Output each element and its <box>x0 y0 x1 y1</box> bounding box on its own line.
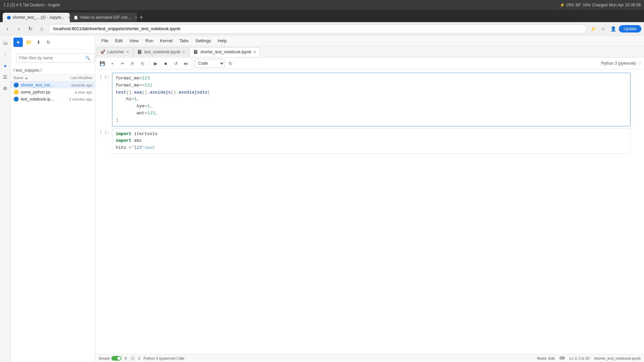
nav-actions: ⚡ ☆ 👤 Update <box>589 24 641 33</box>
add-cell-button[interactable]: + <box>108 59 117 68</box>
menu-run[interactable]: Run <box>142 37 157 45</box>
copy-cell-button[interactable]: ⎘ <box>128 59 137 68</box>
running-icon-button[interactable]: ↑ <box>1 50 10 59</box>
cell-indicator: [ ]: <box>95 73 112 126</box>
list-item[interactable]: 🔵 shorter_test_notebook.ip... seconds ag… <box>11 81 95 88</box>
code-area[interactable]: format_me=123 format_me+=111 test().aaa(… <box>112 73 630 126</box>
status-zero: 0 <box>125 356 127 360</box>
tab-launcher[interactable]: 🚀 Launcher ✕ <box>97 47 133 57</box>
menu-kernel[interactable]: Kernel <box>157 37 176 45</box>
refresh-files-button[interactable]: ↻ <box>44 38 53 47</box>
file-search-input[interactable] <box>16 53 95 63</box>
battery-status: ⚡ 10% <box>560 3 574 7</box>
update-button[interactable]: Update <box>619 25 641 33</box>
files-icon-button[interactable]: 🗂 <box>1 38 10 48</box>
bookmark-button[interactable]: ☆ <box>599 24 607 33</box>
open-folder-button[interactable]: 📁 <box>24 38 33 47</box>
clock: Mon Apr 18 05:59 <box>609 3 641 7</box>
active-icon-button[interactable]: ● <box>1 61 10 70</box>
reload-button[interactable]: ↻ <box>25 24 35 34</box>
address-bar[interactable] <box>48 24 587 34</box>
list-item[interactable]: 🔵 test_notebook.ipynb 2 minutes ago <box>11 96 95 103</box>
file-item-name: some_python.py <box>21 90 55 95</box>
shorter-tab-icon: 📓 <box>193 50 198 54</box>
simple-label: Simple <box>99 356 110 360</box>
file-item-name: shorter_test_notebook.ip... <box>21 83 55 87</box>
tab2-close-icon[interactable]: ✕ <box>135 15 137 20</box>
code-area[interactable]: import itertools import abc hihi ='123'#… <box>112 129 630 154</box>
kernel-name: Python 3 (pykernel) <box>601 61 636 66</box>
shorter-tab-label: shorter_test_notebook.ipynb <box>200 50 251 54</box>
tab2-label: Video to animated GIF con... <box>80 15 131 20</box>
cell-content-inactive[interactable]: import itertools import abc hihi ='123'#… <box>112 128 631 154</box>
file-item-name: test_notebook.ipynb <box>21 97 55 102</box>
file-sidebar: + 📁 ⬆ ↻ 🔍 / test_snippets / Name ▲ Last … <box>11 36 95 362</box>
cell-type-select[interactable]: Code Markdown Raw <box>195 59 225 68</box>
menu-edit[interactable]: Edit <box>112 37 126 45</box>
simple-toggle-track[interactable] <box>111 356 121 361</box>
extensions-button[interactable]: ⚡ <box>589 24 597 33</box>
simple-toggle[interactable]: Simple <box>99 356 121 361</box>
launcher-tab-close[interactable]: ✕ <box>126 50 129 54</box>
charging-status: Charged <box>592 3 607 7</box>
sort-arrow-icon: ▲ <box>24 76 28 80</box>
icon-sidebar: 🗂 ↑ ● ☰ ⚙ <box>0 36 11 362</box>
test-notebook-tab-close[interactable]: ✕ <box>182 50 185 54</box>
status-bar-right: Mode: Edit ⌨ Ln 3, Col 33 shorter_test_n… <box>537 356 641 360</box>
browser-tabs-bar: 🔵 shorter_test_... (2) - Jupyte... ✕ 📄 V… <box>0 10 644 22</box>
tab-shorter-test[interactable]: 📓 shorter_test_notebook.ipynb ✕ <box>190 47 260 57</box>
status-bar: Simple 0 ⬜ 2 Python 3 (pykernel) | Idle … <box>95 354 644 362</box>
edit-mode-label: Mode: Edit <box>537 356 555 360</box>
home-button[interactable]: ⌂ <box>37 24 46 34</box>
kernel-status: Python 3 (pykernel) <box>601 61 641 66</box>
workspace-label: 1 2 (3) 4 5 Tall Dualizm - Angels <box>3 3 60 7</box>
shorter-tab-close[interactable]: ✕ <box>253 50 256 54</box>
menu-file[interactable]: File <box>98 37 112 45</box>
upload-button[interactable]: ⬆ <box>34 38 43 47</box>
tab-test-notebook[interactable]: 📓 test_notebook.ipynb ✕ <box>133 47 189 57</box>
toolbar-separator-2 <box>192 60 193 67</box>
paste-cell-button[interactable]: ⎗ <box>138 59 147 68</box>
app-container: 🗂 ↑ ● ☰ ⚙ + 📁 ⬆ ↻ 🔍 / test_snippets / Na… <box>0 36 644 362</box>
file-list: 🔵 shorter_test_notebook.ip... seconds ag… <box>11 81 95 362</box>
list-icon-button[interactable]: ☰ <box>1 72 10 82</box>
fast-forward-button[interactable]: ⏭ <box>181 59 190 68</box>
status-two: 2 <box>138 356 140 360</box>
profile-button[interactable]: 👤 <box>609 24 618 33</box>
toolbar-separator <box>149 60 149 67</box>
menu-view[interactable]: View <box>126 37 142 45</box>
tab1-label: shorter_test_... (2) - Jupyte... <box>13 15 64 20</box>
notebook-editor[interactable]: [ ]: format_me=123 format_me+=111 test()… <box>95 69 644 354</box>
run-cell-button[interactable]: ▶ <box>151 59 160 68</box>
list-item[interactable]: 🟡 some_python.py a year ago <box>11 88 95 96</box>
column-name-header[interactable]: Name ▲ <box>13 76 55 80</box>
notebook-icon: 🔵 <box>13 97 19 102</box>
jupyter-menu-bar: File Edit View Run Kernel Tabs Settings … <box>95 36 644 46</box>
menu-settings[interactable]: Settings <box>192 37 214 45</box>
file-sidebar-toolbar: + 📁 ⬆ ↻ <box>11 36 95 49</box>
cell-row: [ ]: import itertools import abc hihi ='… <box>95 128 644 154</box>
browser-tab-1[interactable]: 🔵 shorter_test_... (2) - Jupyte... ✕ <box>3 13 70 22</box>
test-notebook-tab-icon: 📓 <box>137 50 142 54</box>
menu-tabs[interactable]: Tabs <box>176 37 192 45</box>
back-button[interactable]: ‹ <box>3 24 12 34</box>
cell-content-active[interactable]: format_me=123 format_me+=111 test().aaa(… <box>112 73 631 126</box>
notebook-toolbar: 💾 + ✂ ⎘ ⎗ ▶ ■ ↺ ⏭ Code Markdown Raw ↻ Py… <box>95 58 644 69</box>
search-icon: 🔍 <box>85 56 90 60</box>
cell-indicator: [ ]: <box>95 128 112 154</box>
stop-kernel-button[interactable]: ■ <box>161 59 170 68</box>
new-file-button[interactable]: + <box>13 38 23 47</box>
cut-cell-button[interactable]: ✂ <box>118 59 127 68</box>
restart-kernel-button[interactable]: ↺ <box>171 59 180 68</box>
refresh-button[interactable]: ↻ <box>226 59 235 68</box>
save-button[interactable]: 💾 <box>98 59 107 68</box>
file-breadcrumb: / test_snippets / <box>11 67 95 74</box>
notebook-tabs: 🚀 Launcher ✕ 📓 test_notebook.ipynb ✕ 📓 s… <box>95 46 644 58</box>
browser-tab-2[interactable]: 📄 Video to animated GIF con... ✕ <box>70 13 137 22</box>
kernel-status-indicator <box>638 62 641 65</box>
forward-button[interactable]: › <box>14 24 23 34</box>
cursor-position: Ln 3, Col 33 <box>570 356 589 360</box>
new-tab-button[interactable]: + <box>137 13 146 22</box>
menu-help[interactable]: Help <box>214 37 230 45</box>
settings-icon-button[interactable]: ⚙ <box>1 84 10 93</box>
